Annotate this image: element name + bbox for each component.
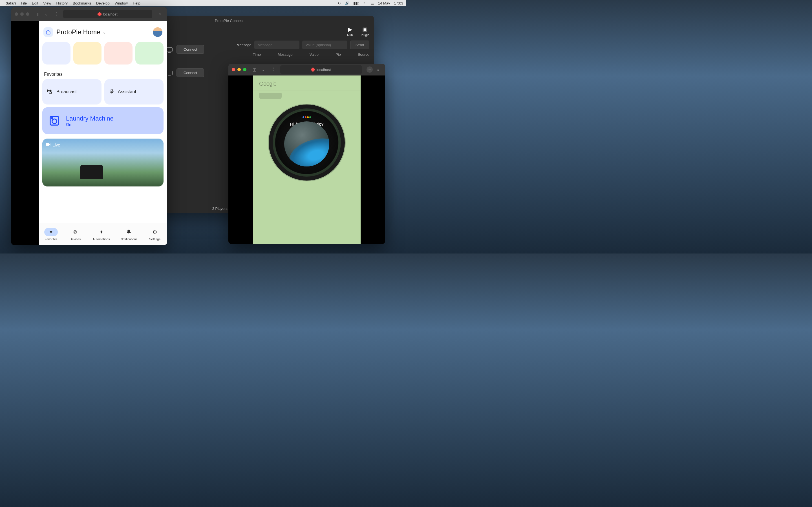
maximize-button[interactable] bbox=[243, 68, 246, 71]
svg-rect-1 bbox=[111, 89, 112, 92]
control-center-icon[interactable]: ☰ bbox=[371, 1, 374, 5]
washer-drum-glass bbox=[284, 121, 329, 166]
scene-card[interactable] bbox=[42, 42, 70, 64]
broadcast-card[interactable]: Broadcast bbox=[42, 79, 101, 105]
home-icon[interactable] bbox=[43, 27, 53, 37]
pp-run-button[interactable]: ▶ Run bbox=[347, 26, 353, 37]
home-app-screen: ProtoPie Home ⌄ Favorites Broadcast bbox=[39, 21, 167, 245]
letterbox bbox=[11, 21, 39, 245]
close-button[interactable] bbox=[232, 68, 235, 71]
assistant-logo-icon bbox=[303, 116, 311, 118]
svg-rect-5 bbox=[46, 144, 49, 146]
minimize-button[interactable] bbox=[20, 12, 24, 16]
more-icon[interactable]: ··· bbox=[366, 66, 373, 73]
nav-favorites[interactable]: ♥ Favorites bbox=[44, 228, 58, 241]
tabs-icon[interactable]: » bbox=[375, 66, 382, 73]
maximize-button[interactable] bbox=[26, 12, 29, 16]
nav-automations[interactable]: ✦ Automations bbox=[93, 228, 110, 241]
traffic-lights[interactable] bbox=[15, 12, 29, 16]
divider bbox=[253, 90, 361, 91]
menu-window[interactable]: Window bbox=[115, 1, 128, 5]
device-name: Laundry Machine bbox=[66, 115, 114, 122]
google-logo: Google bbox=[259, 80, 276, 87]
pp-connect-button-1[interactable]: Connect bbox=[176, 45, 204, 54]
nav-notifications[interactable]: 🔔︎ Notifications bbox=[120, 228, 137, 241]
pp-run-label: Run bbox=[347, 33, 353, 37]
camera-icon bbox=[46, 143, 51, 147]
live-badge: Live bbox=[46, 143, 60, 147]
site-icon bbox=[311, 67, 315, 72]
heart-icon: ♥ bbox=[50, 229, 53, 235]
menu-edit[interactable]: Edit bbox=[32, 1, 38, 5]
svg-point-4 bbox=[52, 117, 52, 118]
assistant-card[interactable]: Assistant bbox=[104, 79, 163, 105]
play-icon: ▶ bbox=[348, 26, 352, 33]
menu-view[interactable]: View bbox=[43, 1, 51, 5]
broadcast-icon bbox=[47, 88, 53, 96]
assistant-label: Assistant bbox=[118, 89, 136, 94]
macos-menubar: Safari File Edit View History Bookmarks … bbox=[0, 0, 406, 6]
live-label: Live bbox=[52, 143, 60, 147]
back-icon[interactable]: 〈 bbox=[52, 11, 59, 17]
svg-point-0 bbox=[50, 90, 51, 92]
scene-card[interactable] bbox=[135, 42, 163, 64]
pp-title: ProtoPie Connect bbox=[215, 18, 244, 23]
menu-history[interactable]: History bbox=[56, 1, 67, 5]
sidebar-toggle-icon[interactable]: ◫ bbox=[34, 11, 41, 17]
gear-icon: ⚙ bbox=[153, 229, 157, 235]
pp-plugin-label: Plugin bbox=[361, 33, 369, 37]
minimize-button[interactable] bbox=[238, 68, 241, 71]
laundry-machine-card[interactable]: Laundry Machine On bbox=[42, 107, 163, 134]
home-title: ProtoPie Home bbox=[56, 29, 100, 36]
washer-icon bbox=[48, 114, 61, 127]
traffic-lights[interactable] bbox=[232, 68, 246, 71]
menubar-date[interactable]: 14 May bbox=[378, 1, 390, 5]
menu-bookmarks[interactable]: Bookmarks bbox=[73, 1, 91, 5]
battery-icon[interactable]: ▮▮▯ bbox=[353, 1, 359, 5]
url-label: localhost bbox=[316, 68, 331, 72]
devices-icon: ⎚ bbox=[73, 229, 77, 235]
address-bar[interactable]: localhost bbox=[63, 10, 152, 18]
nav-devices[interactable]: ⎚ Devices bbox=[68, 228, 82, 241]
time-machine-icon[interactable]: ↻ bbox=[338, 1, 341, 5]
avatar[interactable] bbox=[153, 27, 162, 37]
scene-card[interactable] bbox=[104, 42, 133, 64]
favorites-label: Favorites bbox=[39, 67, 167, 79]
washer-preview: Google Hi, how can I help? bbox=[253, 75, 361, 244]
chevron-down-icon: ⌄ bbox=[103, 30, 106, 34]
site-icon bbox=[97, 12, 102, 17]
chevron-down-icon[interactable]: ⌄ bbox=[43, 11, 50, 17]
menubar-time[interactable]: 17:03 bbox=[394, 1, 403, 5]
sparkle-icon: ✦ bbox=[99, 229, 103, 235]
washer-button-slot bbox=[259, 93, 282, 99]
nav-settings[interactable]: ⚙ Settings bbox=[148, 228, 161, 241]
menu-develop[interactable]: Develop bbox=[96, 1, 110, 5]
plugin-icon: ▣ bbox=[362, 26, 368, 33]
volume-icon[interactable]: 🔊 bbox=[345, 1, 349, 5]
device-status: On bbox=[66, 122, 114, 127]
camera-card[interactable]: Live bbox=[42, 138, 163, 186]
broadcast-label: Broadcast bbox=[56, 89, 77, 94]
close-button[interactable] bbox=[15, 12, 18, 16]
tabs-icon[interactable]: » bbox=[157, 11, 163, 17]
screen-icon bbox=[166, 47, 172, 52]
washer-drum[interactable]: Hi, how can I help? bbox=[269, 105, 345, 180]
back-icon[interactable]: 〈 bbox=[269, 66, 276, 73]
menubar-app-name[interactable]: Safari bbox=[6, 1, 16, 5]
scene-card[interactable] bbox=[73, 42, 101, 64]
menu-help[interactable]: Help bbox=[133, 1, 140, 5]
pp-plugin-button[interactable]: ▣ Plugin bbox=[361, 26, 369, 37]
home-selector[interactable]: ProtoPie Home ⌄ bbox=[56, 29, 149, 36]
url-label: localhost bbox=[103, 12, 117, 16]
mic-icon bbox=[109, 89, 114, 96]
sidebar-toggle-icon[interactable]: ◫ bbox=[251, 66, 258, 73]
menu-file[interactable]: File bbox=[21, 1, 27, 5]
chevron-down-icon[interactable]: ⌄ bbox=[260, 66, 267, 73]
scenes-row[interactable] bbox=[39, 39, 167, 67]
pp-connection-row-1: Connect bbox=[141, 38, 374, 61]
svg-point-3 bbox=[52, 119, 57, 124]
address-bar[interactable]: localhost bbox=[280, 65, 362, 74]
pp-connect-button-2[interactable]: Connect bbox=[176, 68, 204, 77]
bottom-nav: ♥ Favorites ⎚ Devices ✦ Automations 🔔︎ N… bbox=[39, 223, 167, 245]
wifi-icon[interactable]: ᯤ bbox=[363, 1, 367, 5]
